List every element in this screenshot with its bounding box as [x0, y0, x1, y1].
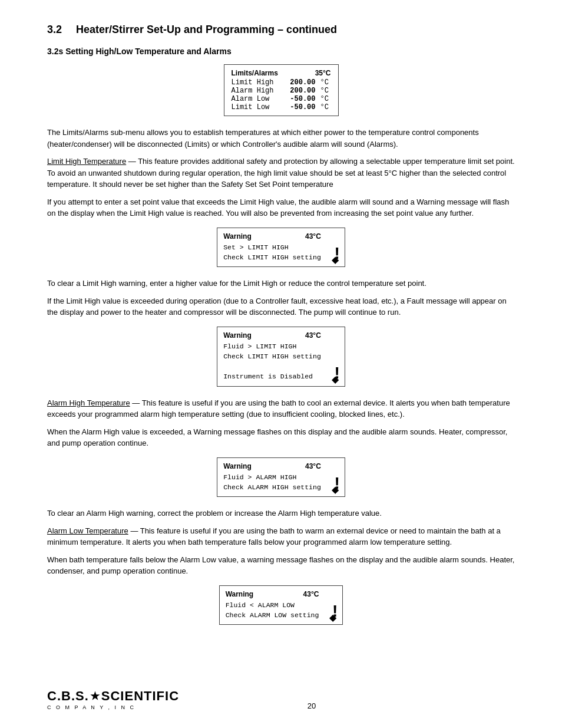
lcd-label-3: Limit Low [232, 103, 279, 111]
lcd-row-3: Limit Low -50.00 °C [232, 103, 331, 111]
warn-diamond-icon-3: ◆ [332, 484, 339, 495]
warn-title-row-3: Warning 43°C [223, 462, 321, 470]
warn-body-2: Fluid > LIMIT HIGH Check LIMIT HIGH sett… [223, 341, 321, 382]
lcd-display-container: Limits/Alarms 35°C Limit High 200.00 °C … [47, 64, 515, 116]
lcd-val-0: 200.00 [283, 78, 316, 87]
warn-line-3-0: Fluid > ALARM HIGH [223, 472, 321, 482]
alarm-high-warn-paragraph: When the Alarm High value is exceeded, a… [47, 426, 515, 449]
warning-box-2: Warning 43°C Fluid > LIMIT HIGH Check LI… [217, 327, 345, 387]
intro-paragraph: The Limits/Alarms sub-menu allows you to… [47, 127, 515, 150]
logo-cbs-scientific: C.B.S. ★ SCIENTIFIC [47, 689, 179, 704]
warn-line-2-2 [223, 361, 321, 371]
alarm-high-label: Alarm High Temperature [47, 398, 130, 407]
clear-limit-high-paragraph: To clear a Limit High warning, enter a h… [47, 278, 515, 289]
warn-body-4: Fluid < ALARM LOW Check ALARM LOW settin… [226, 600, 319, 621]
warn-title-row-1: Warning 43°C [223, 232, 321, 241]
lcd-unit-1: °C [320, 87, 331, 95]
alarm-low-warn-paragraph: When bath temperature falls below the Al… [47, 554, 515, 577]
lcd-row-1: Alarm High 200.00 °C [232, 87, 331, 95]
lcd-row-0: Limit High 200.00 °C [232, 78, 331, 87]
warn-line-4-1: Check ALARM LOW setting [226, 610, 319, 620]
logo-area: C.B.S. ★ SCIENTIFIC C O M P A N Y , I N … [47, 689, 179, 710]
warn-title-1: Warning [223, 232, 252, 241]
logo-subtitle: C O M P A N Y , I N C [47, 704, 135, 710]
warning-display-4-container: Warning 43°C Fluid < ALARM LOW Check ALA… [47, 585, 515, 625]
lcd-box-limits: Limits/Alarms 35°C Limit High 200.00 °C … [224, 64, 339, 116]
limit-high-label: Limit High Temperature [47, 157, 126, 166]
lcd-unit-3: °C [320, 103, 331, 111]
warn-temp-2: 43°C [305, 331, 321, 340]
subsection-title: 3.2s Setting High/Low Temperature and Al… [47, 47, 515, 56]
warning-box-3: Warning 43°C Fluid > ALARM HIGH Check AL… [217, 457, 345, 498]
warn-title-4: Warning [226, 590, 254, 598]
logo-star-icon: ★ [90, 690, 100, 703]
section-number: 3.2 [47, 24, 62, 36]
warning-display-3-container: Warning 43°C Fluid > ALARM HIGH Check AL… [47, 457, 515, 498]
lcd-row-2: Alarm Low -50.00 °C [232, 95, 331, 103]
lcd-temp: 35°C [315, 69, 331, 77]
warn-diamond-icon-2: ◆ [332, 374, 339, 385]
warn-title-row-4: Warning 43°C [226, 590, 319, 598]
limit-high-paragraph: Limit High Temperature — This feature pr… [47, 156, 515, 190]
page-number: 20 [179, 701, 444, 710]
warning-display-1-container: Warning 43°C Set > LIMIT HIGH Check LIMI… [47, 228, 515, 268]
warn-title-2: Warning [223, 331, 252, 340]
lcd-title-row: Limits/Alarms 35°C [232, 69, 331, 77]
warn-line-3-1: Check ALARM HIGH setting [223, 482, 321, 492]
warn-body-1: Set > LIMIT HIGH Check LIMIT HIGH settin… [223, 242, 321, 263]
warn-body-3: Fluid > ALARM HIGH Check ALARM HIGH sett… [223, 472, 321, 493]
section-header: 3.2 Heater/Stirrer Set-Up and Programmin… [47, 24, 515, 36]
warn-line-1-0: Set > LIMIT HIGH [223, 242, 321, 252]
logo-scientific-text: SCIENTIFIC [101, 689, 179, 704]
lcd-unit-2: °C [320, 95, 331, 103]
warn-line-2-1: Check LIMIT HIGH setting [223, 351, 321, 361]
limit-high-warn-paragraph: If you attempt to enter a set point valu… [47, 196, 515, 219]
lcd-label-2: Alarm Low [232, 95, 279, 103]
lcd-title: Limits/Alarms [232, 69, 278, 77]
alarm-high-paragraph: Alarm High Temperature — This feature is… [47, 397, 515, 420]
warn-title-row-2: Warning 43°C [223, 331, 321, 340]
warning-box-1: Warning 43°C Set > LIMIT HIGH Check LIMI… [217, 228, 345, 268]
warn-temp-3: 43°C [305, 462, 321, 470]
warn-line-1-1: Check LIMIT HIGH setting [223, 252, 321, 262]
warning-box-4: Warning 43°C Fluid < ALARM LOW Check ALA… [219, 585, 343, 625]
lcd-label-0: Limit High [232, 78, 279, 87]
alarm-low-label: Alarm Low Temperature [47, 526, 128, 535]
warn-line-2-0: Fluid > LIMIT HIGH [223, 341, 321, 351]
limit-high-fault-paragraph: If the Limit High value is exceeded duri… [47, 295, 515, 318]
warn-diamond-icon-4: ◆ [329, 612, 336, 623]
warn-diamond-icon-1: ◆ [332, 254, 339, 265]
warning-display-2-container: Warning 43°C Fluid > LIMIT HIGH Check LI… [47, 327, 515, 387]
lcd-val-3: -50.00 [283, 103, 316, 111]
lcd-label-1: Alarm High [232, 87, 279, 95]
warn-temp-1: 43°C [305, 232, 321, 241]
alarm-high-clear-paragraph: To clear an Alarm High warning, correct … [47, 508, 515, 519]
page-footer: C.B.S. ★ SCIENTIFIC C O M P A N Y , I N … [0, 689, 562, 710]
lcd-val-1: 200.00 [283, 87, 316, 95]
page: 3.2 Heater/Stirrer Set-Up and Programmin… [0, 0, 562, 728]
lcd-val-2: -50.00 [283, 95, 316, 103]
warn-temp-4: 43°C [303, 590, 319, 598]
warn-line-2-3: Instrument is Disabled [223, 371, 321, 381]
lcd-unit-0: °C [320, 78, 331, 87]
section-title-text: Heater/Stirrer Set-Up and Programming – … [76, 24, 337, 36]
warn-title-3: Warning [223, 462, 252, 470]
warn-line-4-0: Fluid < ALARM LOW [226, 600, 319, 610]
logo-cbs-text: C.B.S. [47, 689, 89, 704]
alarm-low-paragraph: Alarm Low Temperature — This feature is … [47, 525, 515, 548]
